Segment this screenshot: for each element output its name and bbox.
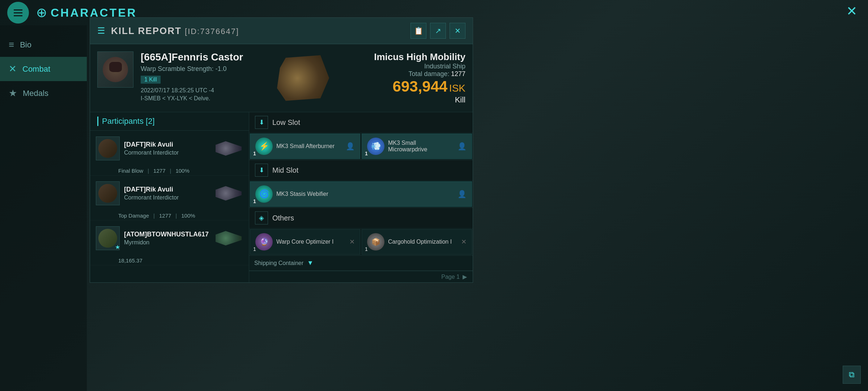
modal-close-button[interactable]: ✕ (450, 23, 465, 39)
victim-avatar-image (98, 52, 133, 87)
webifier-icon: 🌀 (255, 185, 273, 203)
ship-type-name: Imicus High Mobility Industrial Ship (350, 51, 465, 70)
participant-ship-image-1 (214, 139, 243, 157)
low-slot-name: Low Slot (272, 118, 300, 127)
participants-header: Participants [2] (90, 112, 249, 131)
others-label: Others (272, 214, 294, 222)
mid-slot-section: ⬇ Mid Slot 🌀 MK3 Stasis Webifier 1 👤 (249, 160, 473, 208)
participant-ship-image-2 (214, 184, 243, 202)
ship-visual (274, 53, 332, 104)
modal-title: KILL REPORT [ID:7376647] (111, 25, 239, 37)
copy-button[interactable]: 📋 (410, 23, 426, 39)
victim-avatar (97, 51, 133, 88)
low-slot-section: ⬇ Low Slot ⚡ MK3 Small Afterburner 1 👤 💨… (249, 112, 473, 160)
participant-item-1[interactable]: [DAFT]Rik Avuli Cormorant Interdictor (90, 131, 249, 166)
slot-item-webifier[interactable]: 🌀 MK3 Stasis Webifier 1 👤 (250, 181, 472, 207)
webifier-user-icon: 👤 (458, 190, 467, 198)
victim-details: [665A]Fennris Castor Warp Scramble Stren… (141, 51, 256, 105)
participant-stats-2: Top Damage | 1277 | 100% (90, 211, 249, 220)
participant-name-3: [ATOM]BTOWNHUSTLA617 (124, 231, 210, 238)
other-item-cargohold[interactable]: 📦 Cargohold Optimization I 1 ✕ (362, 229, 472, 255)
hamburger-icon (14, 9, 22, 16)
slots-panel: ⬇ Low Slot ⚡ MK3 Small Afterburner 1 👤 💨… (249, 112, 473, 282)
participant-ship-1: Cormorant Interdictor (124, 150, 210, 156)
participant-face-1 (98, 139, 117, 158)
modal-header-actions: 📋 ↗ ✕ (410, 23, 465, 39)
sidebar-item-medals[interactable]: ★ Medals (0, 81, 87, 105)
sidebar-item-label: Combat (22, 64, 50, 74)
page-label: Page 1 (441, 274, 460, 280)
microwarpdrive-name: MK3 Small Microwarpdrive (388, 140, 454, 153)
victim-time: 2022/07/17 18:25:25 UTC -4 (141, 87, 256, 94)
combat-icon: ✕ (9, 63, 17, 75)
participant-avatar-3: ★ (96, 226, 120, 250)
logo-icon: ⊕ (36, 5, 47, 20)
participant-info-3: [ATOM]BTOWNHUSTLA617 Myrmidon (124, 231, 210, 246)
others-section: ◈ Others 🔮 Warp Core Optimizer I 1 ✕ 📦 C… (249, 208, 473, 271)
top-close-button[interactable]: ✕ (846, 4, 857, 19)
medals-icon: ★ (9, 88, 17, 99)
mid-slot-name: Mid Slot (272, 166, 298, 175)
afterburner-count: 1 (253, 151, 256, 156)
slot-item-afterburner[interactable]: ⚡ MK3 Small Afterburner 1 👤 (250, 134, 360, 159)
menu-button[interactable] (7, 2, 29, 24)
slot-item-microwarpdrive[interactable]: 💨 MK3 Small Microwarpdrive 1 👤 (362, 134, 472, 159)
participant-stats-3: 18,165.37 (90, 256, 249, 265)
modal-header: ☰ KILL REPORT [ID:7376647] 📋 ↗ ✕ (90, 18, 473, 44)
ship-body (274, 53, 332, 104)
webifier-count: 1 (253, 198, 256, 204)
others-items: 🔮 Warp Core Optimizer I 1 ✕ 📦 Cargohold … (249, 228, 473, 255)
participant-info-1: [DAFT]Rik Avuli Cormorant Interdictor (124, 141, 210, 156)
participant-block-2: [DAFT]Rik Avuli Cormorant Interdictor To… (90, 176, 249, 220)
warp-core-count: 1 (253, 246, 256, 252)
low-slot-header: ⬇ Low Slot (249, 112, 473, 133)
participant-name-1: [DAFT]Rik Avuli (124, 141, 210, 148)
microwarpdrive-user-icon: 👤 (458, 142, 467, 151)
star-icon: ★ (115, 244, 120, 251)
victim-name: [665A]Fennris Castor (141, 51, 256, 63)
ship-damage: Total damage: 1277 (350, 70, 465, 78)
export-button[interactable]: ↗ (430, 23, 446, 39)
participant-info-2: [DAFT]Rik Avuli Cormorant Interdictor (124, 186, 210, 201)
cargohold-name: Cargohold Optimization I (388, 239, 458, 245)
warp-core-remove-icon[interactable]: ✕ (349, 238, 355, 246)
afterburner-name: MK3 Small Afterburner (276, 143, 342, 150)
low-slot-items: ⚡ MK3 Small Afterburner 1 👤 💨 MK3 Small … (249, 133, 473, 160)
sidebar-item-label: Bio (20, 40, 31, 50)
participant-ship-2: Cormorant Interdictor (124, 194, 210, 201)
low-slot-icon: ⬇ (255, 116, 268, 129)
ship-isk-value: 693,944 ISK (350, 78, 465, 95)
others-header: ◈ Others (249, 208, 473, 228)
participant-item-3[interactable]: ★ [ATOM]BTOWNHUSTLA617 Myrmidon (90, 220, 249, 256)
filter-icon: ⧉ (849, 370, 855, 379)
shipping-container-row[interactable]: Shipping Container ▼ (249, 255, 473, 270)
kill-body: Participants [2] [DAFT]Rik Avuli Cormora… (90, 112, 473, 282)
ship-info: Imicus High Mobility Industrial Ship Tot… (350, 51, 465, 105)
participant-item-2[interactable]: [DAFT]Rik Avuli Cormorant Interdictor (90, 176, 249, 211)
warp-core-name: Warp Core Optimizer I (276, 239, 346, 245)
modal-menu-icon[interactable]: ☰ (97, 26, 105, 36)
modal-title-id: [ID:7376647] (185, 27, 239, 36)
afterburner-user-icon: 👤 (346, 142, 355, 151)
warp-core-icon: 🔮 (255, 233, 273, 251)
others-icon: ◈ (255, 211, 268, 224)
webifier-name: MK3 Stasis Webifier (276, 191, 454, 197)
cargohold-remove-icon[interactable]: ✕ (461, 238, 467, 246)
ship-kill-label: Kill (350, 95, 465, 105)
sidebar-item-bio[interactable]: ≡ Bio (0, 33, 87, 57)
participants-title: Participants [2] (97, 117, 242, 126)
participant-ship-image-3 (214, 229, 243, 247)
sidebar-item-combat[interactable]: ✕ Combat (0, 57, 87, 81)
kill-info-section: [665A]Fennris Castor Warp Scramble Stren… (90, 44, 473, 112)
filter-button[interactable]: ⧉ (843, 366, 861, 384)
mid-slot-icon: ⬇ (255, 164, 268, 177)
participant-stats-1: Final Blow | 1277 | 100% (90, 166, 249, 175)
afterburner-icon: ⚡ (255, 138, 273, 155)
avatar-face (103, 57, 128, 82)
other-item-warp-core[interactable]: 🔮 Warp Core Optimizer I 1 ✕ (250, 229, 360, 255)
sidebar: ≡ Bio ✕ Combat ★ Medals (0, 25, 87, 391)
participant-face-3 (98, 229, 117, 248)
victim-warp-scramble: Warp Scramble Strength: -1.0 (141, 65, 256, 73)
cargohold-count: 1 (365, 246, 368, 252)
victim-location: I-SMEB < YX-LYK < Delve. (141, 95, 256, 102)
